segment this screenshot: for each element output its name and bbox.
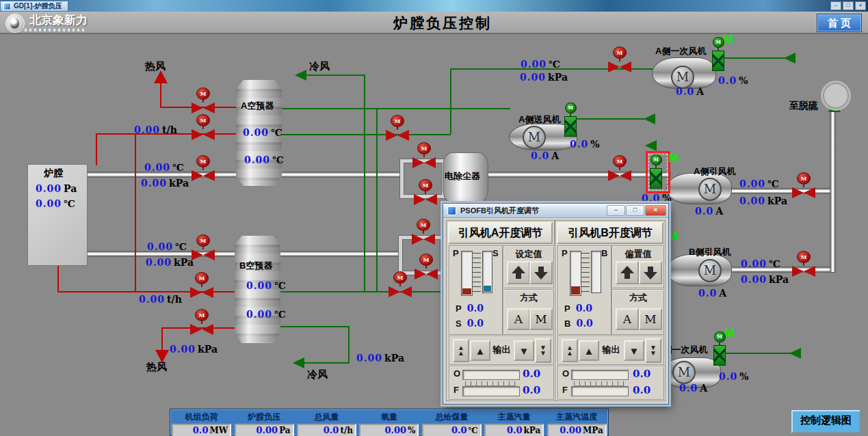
mode-auto-button[interactable]: A <box>616 308 639 330</box>
hot-air-line <box>57 264 59 292</box>
to-desulfur-label: 至脱硫 <box>789 100 818 112</box>
fan-a-forced-motor-icon: M <box>523 126 546 149</box>
bypass-valve[interactable]: M <box>415 254 438 280</box>
feedback-bar <box>571 386 629 396</box>
valve[interactable]: M <box>192 87 215 113</box>
air-left-arrow-icon <box>645 140 657 151</box>
output-feedback-group: O 0.0 F 0.0 <box>449 366 555 400</box>
status-value-box: 0.00Pa <box>235 424 294 436</box>
maximize-icon[interactable]: □ <box>843 1 854 10</box>
damper-a-forced[interactable]: M <box>564 103 577 137</box>
valve[interactable]: M <box>190 272 213 298</box>
feedback-value: 0.0 <box>523 384 540 396</box>
output-down-button[interactable]: ▼ <box>514 340 534 361</box>
up-arrow-icon <box>511 266 526 280</box>
status-value-box: 0.00MPa <box>547 424 607 436</box>
fan-a-panel: 引风机A开度调节 P S P0.0 S0.0 设定值 方式 A M <box>446 220 555 401</box>
hot-air-top-label: 热风 <box>145 60 166 73</box>
setpoint-down-button[interactable] <box>529 261 553 284</box>
valve[interactable]: M <box>792 251 815 277</box>
bypass-valve[interactable]: M <box>412 142 436 168</box>
home-button[interactable]: 首 页 <box>817 14 862 32</box>
valve[interactable]: M <box>192 155 215 181</box>
dialog-maximize-icon[interactable]: □ <box>626 205 644 216</box>
valve[interactable]: M <box>792 172 815 198</box>
output-value: 0.0 <box>523 368 540 380</box>
cold-air-line <box>282 134 451 135</box>
damper-a-primary[interactable]: M <box>712 37 724 71</box>
status-cell: 机组负荷 0.0MW <box>170 409 233 435</box>
hot-air-line <box>96 133 97 165</box>
desulfur-outlet-circle <box>823 83 849 109</box>
gauge-b[interactable] <box>591 251 601 293</box>
company-slogan <box>25 29 86 31</box>
setpoint-up-button[interactable] <box>507 261 530 284</box>
fan-opening-dialog[interactable]: PSOFB引风机开度调节 – □ × 引风机A开度调节 P S P0.0 S0.… <box>443 203 669 405</box>
fan-b-panel: 引风机B开度调节 P B P0.0 B0.0 偏置值 方式 A M <box>555 220 666 401</box>
valve[interactable]: M <box>389 271 412 297</box>
damper-a-induced-m-indicator: M <box>669 152 679 165</box>
damper-a-primary-m-indicator: M <box>724 33 733 46</box>
valve[interactable]: M <box>192 114 215 140</box>
mode-auto-button[interactable]: A <box>507 308 530 330</box>
status-cell: 炉膛负压 0.00Pa <box>233 409 295 435</box>
cold-air-top-label: 冷风 <box>309 60 330 73</box>
furnace-pressure: 0.00 <box>36 183 62 194</box>
feedback-value: 0.0 <box>633 384 650 396</box>
output-fast-down-button[interactable]: ▼▼ <box>535 338 551 363</box>
cold-air-bottom-label: 冷风 <box>307 368 328 381</box>
output-down-button[interactable]: ▼ <box>624 340 644 361</box>
valve[interactable]: M <box>190 309 213 335</box>
cold-air-line <box>575 118 645 120</box>
gauge-p[interactable] <box>461 251 473 296</box>
valve[interactable]: M <box>386 115 409 141</box>
window-tab[interactable]: GD[1]-炉膛负压 <box>0 1 68 12</box>
damper-b-primary[interactable]: M <box>713 331 726 366</box>
fan-b-panel-header: 引风机B开度调节 <box>557 222 663 244</box>
cold-air-line <box>364 74 365 292</box>
output-value: 0.0 <box>633 368 650 380</box>
mode-manual-button[interactable]: M <box>529 308 553 330</box>
output-bar <box>462 370 520 380</box>
dialog-minimize-icon[interactable]: – <box>607 205 625 216</box>
bypass-valve[interactable]: M <box>414 179 437 205</box>
cold-air-line <box>280 326 350 327</box>
gauge-s[interactable] <box>482 251 492 293</box>
damper-a-induced-selected[interactable]: M <box>646 151 670 193</box>
gauge-p[interactable] <box>570 251 581 296</box>
fan-b-primary-motor-icon: M <box>672 361 696 384</box>
fan-a-gauge-group: P S P0.0 S0.0 <box>449 245 503 336</box>
hot-air-line <box>135 133 136 292</box>
flue-pipe <box>487 172 670 177</box>
control-logic-button[interactable]: 控制逻辑图 <box>791 410 860 433</box>
logo-icon <box>5 14 25 33</box>
valve[interactable]: M <box>608 155 631 181</box>
status-value-box: 0.0kPa <box>484 424 544 436</box>
cold-air-line <box>306 74 365 76</box>
minimize-icon[interactable]: – <box>830 1 841 10</box>
mode-manual-button[interactable]: M <box>639 308 662 330</box>
valve[interactable]: M <box>192 234 215 260</box>
dialog-close-icon[interactable]: × <box>645 205 666 216</box>
bias-down-button[interactable] <box>639 261 662 284</box>
fan-a-forced-label: A侧送风机 <box>518 113 560 126</box>
status-value-box: 0.0℃ <box>422 424 482 436</box>
bypass-valve[interactable]: M <box>412 219 435 245</box>
cold-air-left-arrow-icon <box>293 357 304 368</box>
dialog-title: PSOFB引风机开度调节 <box>460 206 539 216</box>
valve[interactable]: M <box>608 46 631 72</box>
output-fast-down-button[interactable]: ▼▼ <box>645 338 661 363</box>
down-arrow-icon <box>643 266 658 280</box>
mode-group: 方式 A M <box>503 289 555 336</box>
bias-up-button[interactable] <box>616 261 639 284</box>
mode-group: 方式 A M <box>611 289 665 336</box>
cold-air-line <box>282 108 510 109</box>
close-icon[interactable]: × <box>855 1 866 10</box>
up-arrow-icon <box>620 266 635 280</box>
precipitator-label: 电除尘器 <box>445 170 480 182</box>
fan-a-induced-label: A侧引风机 <box>694 165 735 178</box>
flue-pipe <box>280 251 399 256</box>
status-cell: 总给煤量 0.0℃ <box>421 409 483 435</box>
fan-a-primary-motor-icon: M <box>671 66 694 89</box>
fan-b-induced-motor-icon: M <box>698 259 722 282</box>
